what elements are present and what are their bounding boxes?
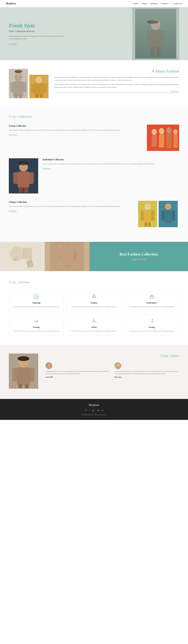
client-item-rose: Lorem ipsum dolor sit amet, consectetur … (115, 362, 179, 378)
collection-colored: Collection (18, 115, 32, 118)
client-avatar-rose (115, 362, 121, 369)
about-colored: Fashion (166, 69, 179, 74)
banner-right: Best Fashion Collection Get 55%/off (89, 242, 188, 271)
svg-rect-21 (35, 94, 38, 98)
svg-point-62 (36, 296, 37, 296)
collection-item-group: Group Collection sed do eiusmod tempor i… (9, 124, 179, 151)
hero-cta[interactable]: Read More (9, 43, 17, 45)
service-body-embroidery: Lorem ipsum dolor sit amet, consectetur … (128, 306, 176, 308)
service-title-fashion: Fashion (70, 302, 118, 304)
group-title: Group Collection (9, 124, 142, 127)
svg-point-53 (10, 246, 25, 261)
svg-rect-35 (13, 172, 18, 184)
about-body-1: sed do eiusmod tempor incididunt at Lore… (54, 76, 179, 81)
hero-content: Fresh Style New Collection Arrivals Lore… (9, 22, 65, 45)
collection-item-unique: Unique Collection sed do eiusmod tempor … (9, 201, 179, 227)
clients-hash: # (160, 354, 163, 358)
svg-rect-78 (13, 368, 17, 381)
hero-section: Fresh Style New Collection Arrivals Lore… (0, 7, 188, 60)
svg-rect-44 (151, 210, 154, 221)
banner-left: you're dope (0, 242, 89, 271)
clients-heading: # Our Clients (46, 354, 179, 358)
banner-svg-2 (45, 242, 89, 271)
facebook-icon[interactable]:  f (85, 409, 87, 412)
nav-contact[interactable]: Contact Us (173, 2, 182, 5)
service-card-stitch: Stitch Lorem ipsum dolor sit amet, conse… (66, 314, 121, 336)
clients-person-image (9, 354, 38, 389)
svg-rect-38 (24, 187, 28, 193)
svg-point-71 (92, 322, 93, 322)
client-name-jack: Jack Will (46, 376, 110, 378)
client-name-rose: Rose Son (115, 376, 179, 378)
clients-left (9, 354, 41, 390)
svg-point-84 (48, 364, 50, 366)
about-person-1-svg (9, 69, 28, 98)
svg-rect-22 (40, 94, 43, 98)
google-plus-icon[interactable]: g+ (92, 409, 95, 412)
linkedin-icon[interactable]: in (102, 409, 103, 412)
twitter-icon[interactable]: t (89, 409, 90, 412)
svg-point-6 (147, 20, 159, 24)
nav-about[interactable]: About (142, 2, 147, 5)
svg-point-63 (93, 294, 95, 296)
clients-label: Our (163, 354, 168, 358)
nav-home[interactable]: Home (133, 2, 138, 5)
svg-rect-13 (19, 95, 22, 98)
envelope-icon[interactable]: ✉ (97, 409, 99, 412)
sewing-icon (128, 318, 176, 325)
banner-image-2 (45, 242, 89, 271)
svg-rect-77 (17, 368, 30, 385)
unique-images (138, 201, 179, 227)
tailoring-icon (12, 294, 60, 300)
svg-point-48 (165, 204, 171, 210)
about-cta[interactable]: Read More (54, 90, 179, 93)
svg-point-24 (152, 129, 157, 135)
svg-rect-36 (29, 172, 34, 184)
collection-hash: # (9, 114, 12, 118)
svg-point-41 (144, 204, 151, 210)
svg-rect-2 (147, 30, 150, 42)
footer: Modiste  f t g+ ✉ in All Rights Reserve… (0, 399, 188, 420)
hero-title: Fresh Style (9, 22, 65, 29)
svg-rect-18 (34, 83, 44, 95)
nav-logo[interactable]: Modiste (6, 2, 16, 5)
svg-rect-80 (18, 384, 22, 388)
embroidery-icon (128, 294, 176, 300)
unique-cta[interactable]: Read More (9, 210, 17, 212)
collection-label: Our (12, 115, 17, 118)
svg-rect-45 (145, 222, 147, 226)
person-svg (144, 18, 167, 59)
svg-point-30 (173, 129, 178, 134)
nav-dropdown[interactable]: Dropdown ▾ (161, 2, 169, 5)
service-card-ironing: Ironing Lorem ipsum dolor sit amet, cons… (9, 314, 64, 336)
nav-links: Home About Services Dropdown ▾ Contact U… (133, 2, 182, 5)
individual-svg (9, 158, 38, 194)
clients-person-svg (9, 354, 38, 389)
group-cta[interactable]: Read More (9, 134, 17, 136)
unique-body: sed do eiusmod tempor incididunt at Lore… (9, 205, 134, 208)
group-body: sed do eiusmod tempor incididunt at Lore… (9, 129, 142, 132)
svg-rect-37 (19, 187, 23, 193)
unique-svg-2 (159, 201, 178, 227)
service-card-tailoring: Tailoring Lorem ipsum dolor sit amet, co… (9, 290, 64, 312)
stitch-icon (70, 318, 118, 325)
svg-rect-1 (150, 30, 162, 48)
banner-image-1: you're dope (0, 242, 45, 271)
svg-rect-50 (161, 210, 164, 221)
svg-rect-42 (144, 210, 152, 223)
service-title-sewing: Sewing (128, 326, 176, 328)
svg-point-72 (95, 322, 96, 322)
banner-svg-1: you're dope (0, 242, 45, 271)
svg-rect-5 (157, 47, 160, 57)
nav-services[interactable]: Services (150, 2, 158, 5)
service-title-stitch: Stitch (70, 326, 118, 328)
group-image (147, 124, 179, 151)
svg-rect-56 (23, 248, 32, 260)
collection-item-group-text: Group Collection sed do eiusmod tempor i… (9, 124, 142, 136)
service-title-ironing: Ironing (12, 326, 60, 328)
svg-point-26 (159, 128, 164, 134)
collection-item-individual-text: Individual Collection sed do eiusmod tem… (43, 158, 179, 170)
ironing-icon (12, 318, 60, 325)
individual-cta[interactable]: Read More (43, 168, 51, 170)
svg-rect-25 (152, 135, 157, 146)
